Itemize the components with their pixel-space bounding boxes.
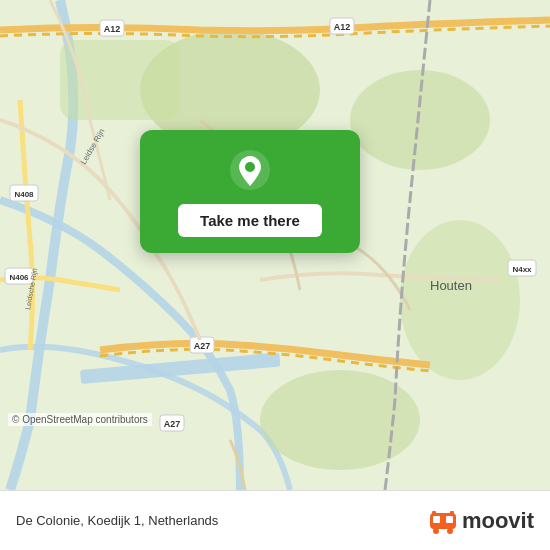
- svg-text:A27: A27: [194, 341, 211, 351]
- moovit-logo: moovit: [428, 506, 534, 536]
- svg-text:A12: A12: [104, 24, 121, 34]
- moovit-brand-text: moovit: [462, 508, 534, 534]
- svg-text:N4xx: N4xx: [512, 265, 532, 274]
- moovit-icon: [428, 506, 458, 536]
- svg-rect-6: [60, 40, 180, 120]
- svg-rect-28: [446, 516, 453, 523]
- svg-text:N408: N408: [14, 190, 34, 199]
- map-container: A12 A12 N408 N406 A27 A27 N4xx: [0, 0, 550, 490]
- svg-point-25: [245, 162, 255, 172]
- svg-text:Houten: Houten: [430, 278, 472, 293]
- svg-text:N406: N406: [9, 273, 29, 282]
- location-pin-icon: [228, 148, 272, 192]
- take-me-there-button[interactable]: Take me there: [178, 204, 322, 237]
- address-text: De Colonie, Koedijk 1, Netherlands: [16, 513, 218, 528]
- svg-point-29: [433, 528, 439, 534]
- svg-text:A12: A12: [334, 22, 351, 32]
- footer: De Colonie, Koedijk 1, Netherlands moovi…: [0, 490, 550, 550]
- svg-point-4: [400, 220, 520, 380]
- svg-rect-32: [450, 511, 454, 515]
- svg-rect-31: [432, 511, 436, 515]
- svg-point-30: [447, 528, 453, 534]
- svg-rect-27: [433, 516, 440, 523]
- popup-card[interactable]: Take me there: [140, 130, 360, 253]
- map-attribution: © OpenStreetMap contributors: [8, 413, 152, 426]
- svg-text:A27: A27: [164, 419, 181, 429]
